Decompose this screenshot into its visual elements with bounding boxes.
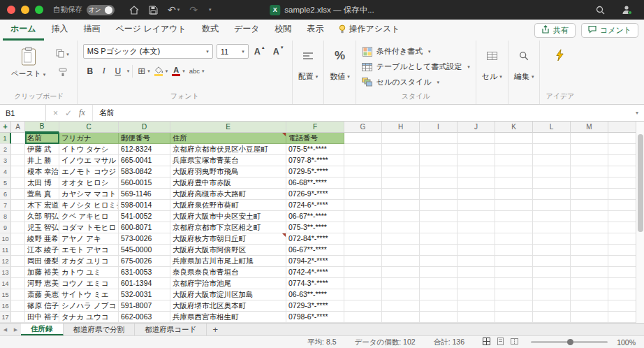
row-header-4[interactable]: 4	[0, 166, 11, 177]
enter-icon[interactable]: ✓	[65, 108, 72, 118]
cell-B3[interactable]: 井上 勝	[25, 155, 59, 166]
cell-M6[interactable]	[571, 189, 608, 200]
cell-L10[interactable]	[533, 233, 571, 245]
ribbon-tab-review[interactable]: 校閲	[267, 20, 299, 41]
comments-button[interactable]: コメント	[581, 23, 638, 38]
cell-A14[interactable]	[11, 278, 25, 289]
formula-bar-expand-icon[interactable]: ▾	[630, 105, 644, 121]
format-painter-button[interactable]	[54, 66, 71, 80]
ribbon-tab-home[interactable]: ホーム	[3, 20, 44, 41]
cell-G6[interactable]	[344, 189, 382, 200]
cell-E13[interactable]: 奈良県奈良市青垣台	[170, 267, 286, 278]
name-box[interactable]: B1	[0, 105, 46, 121]
cell-C15[interactable]: サイトウ ミエ	[59, 289, 119, 300]
row-header-10[interactable]: 10	[0, 233, 11, 245]
cell-I17[interactable]	[420, 312, 458, 323]
cell-K17[interactable]	[495, 312, 533, 323]
cell-B1[interactable]: 名前	[25, 133, 59, 144]
cell-H12[interactable]	[382, 256, 420, 267]
cell-D15[interactable]: 532-0031	[119, 289, 170, 300]
share-button[interactable]: 共有	[534, 23, 576, 38]
formula-input[interactable]: 名前	[93, 105, 630, 121]
cell-E8[interactable]: 大阪府大阪市中央区安土町	[170, 211, 286, 222]
cell-J9[interactable]	[458, 222, 495, 233]
cell-L12[interactable]	[533, 256, 571, 267]
cell-F17[interactable]: 0798-6*-****	[286, 312, 344, 323]
cell-B9[interactable]: 児玉 智弘	[25, 222, 59, 233]
cell-G10[interactable]	[344, 233, 382, 245]
cell-C10[interactable]: アヤノ アキ	[59, 233, 119, 245]
cell-C4[interactable]: エノモト コウジ	[59, 166, 119, 177]
cell-M12[interactable]	[571, 256, 608, 267]
cell-K11[interactable]	[495, 245, 533, 256]
cell-B2[interactable]: 伊藤 武	[25, 144, 59, 155]
font-size-select[interactable]: 11 ▾	[217, 44, 249, 59]
cell-M7[interactable]	[571, 200, 608, 211]
cell-A5[interactable]	[11, 177, 25, 189]
editing-button[interactable]: 編集▾	[514, 71, 534, 82]
cell-G8[interactable]	[344, 211, 382, 222]
cell-B6[interactable]: 萱島 真	[25, 189, 59, 200]
cell-M9[interactable]	[571, 222, 608, 233]
cell-G11[interactable]	[344, 245, 382, 256]
cell-L3[interactable]	[533, 155, 571, 166]
cell-H2[interactable]	[382, 144, 420, 155]
cell-G9[interactable]	[344, 222, 382, 233]
cell-E16[interactable]: 大阪府堺市北区奥本町	[170, 300, 286, 312]
cell-F3[interactable]: 0797-8*-****	[286, 155, 344, 166]
cell-E14[interactable]: 京都府宇治市池尾	[170, 278, 286, 289]
borders-button[interactable]: ⊞▾	[136, 64, 152, 78]
cell-E15[interactable]: 大阪府大阪市淀川区加島	[170, 289, 286, 300]
cell-D13[interactable]: 631-0053	[119, 267, 170, 278]
cell-E10[interactable]: 大阪府枚方市朝日丘町	[170, 233, 286, 245]
cell-E5[interactable]: 大阪府豊中市赤阪	[170, 177, 286, 189]
decrease-font-button[interactable]: A▼	[271, 44, 286, 59]
italic-button[interactable]: I	[97, 64, 111, 78]
page-break-view-icon[interactable]	[511, 338, 518, 347]
cell-B13[interactable]: 加藤 裕美	[25, 267, 59, 278]
cell-styles-button[interactable]: セルのスタイル▾	[362, 75, 470, 89]
row-header-6[interactable]: 6	[0, 189, 11, 200]
cell-E7[interactable]: 大阪府泉佐野市葵町	[170, 200, 286, 211]
cell-L11[interactable]	[533, 245, 571, 256]
increase-font-button[interactable]: A▲	[252, 44, 268, 59]
cell-B10[interactable]: 綾野 亜希	[25, 233, 59, 245]
cell-A11[interactable]	[11, 245, 25, 256]
cell-M5[interactable]	[571, 177, 608, 189]
cell-K3[interactable]	[495, 155, 533, 166]
cell-M10[interactable]	[571, 233, 608, 245]
col-header-B[interactable]: B	[25, 122, 59, 133]
cell-E2[interactable]: 京都府京都市伏見区小豆屋町	[170, 144, 286, 155]
cell-F4[interactable]: 0729-5*-****	[286, 166, 344, 177]
row-header-11[interactable]: 11	[0, 245, 11, 256]
row-header-16[interactable]: 16	[0, 300, 11, 312]
copy-button[interactable]: ▾	[54, 47, 71, 61]
cell-G1[interactable]	[344, 133, 382, 144]
cell-C5[interactable]: オオタ ヒロシ	[59, 177, 119, 189]
cell-K1[interactable]	[495, 133, 533, 144]
cell-F8[interactable]: 06-67**-****	[286, 211, 344, 222]
ideas-button[interactable]	[555, 45, 564, 66]
cell-A7[interactable]	[11, 200, 25, 211]
cell-J6[interactable]	[458, 189, 495, 200]
ribbon-tab-formulas[interactable]: 数式	[194, 20, 226, 41]
cell-H13[interactable]	[382, 267, 420, 278]
cell-L17[interactable]	[533, 312, 571, 323]
cell-M13[interactable]	[571, 267, 608, 278]
cancel-icon[interactable]: ×	[53, 108, 58, 118]
vertical-scrollbar[interactable]	[636, 122, 644, 323]
cell-B17[interactable]: 田中 裕子	[25, 312, 59, 323]
cell-A12[interactable]	[11, 256, 25, 267]
minimize-button[interactable]	[21, 6, 29, 14]
cell-L16[interactable]	[533, 300, 571, 312]
cell-K16[interactable]	[495, 300, 533, 312]
cell-M15[interactable]	[571, 289, 608, 300]
cell-A17[interactable]	[11, 312, 25, 323]
cell-H14[interactable]	[382, 278, 420, 289]
cell-G4[interactable]	[344, 166, 382, 177]
cell-F1[interactable]: 電話番号	[286, 133, 344, 144]
cell-J11[interactable]	[458, 245, 495, 256]
cell-C9[interactable]: コダマ トモヒロ	[59, 222, 119, 233]
cell-B4[interactable]: 榎本 幸治	[25, 166, 59, 177]
cell-F6[interactable]: 0726-9*-****	[286, 189, 344, 200]
